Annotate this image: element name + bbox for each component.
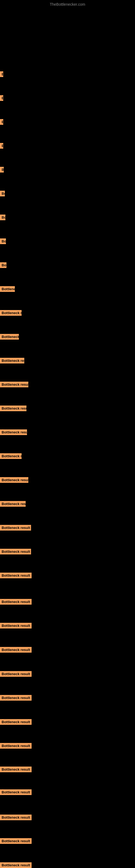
result-item: Bottleneck result (0, 214, 5, 221)
result-label: Bottleneck result (0, 71, 3, 77)
result-label: Bottleneck result (0, 286, 15, 292)
result-label: Bottleneck result (0, 719, 32, 725)
result-item: Bottleneck result (0, 142, 3, 149)
result-item: Bottleneck result (0, 598, 32, 605)
result-label: Bottleneck result (0, 262, 6, 268)
result-label: Bottleneck result (0, 647, 32, 653)
result-item: Bottleneck result (0, 381, 28, 388)
result-label: Bottleneck result (0, 743, 32, 749)
result-item: Bottleneck result (0, 548, 31, 555)
result-label: Bottleneck result (0, 239, 6, 244)
result-label: Bottleneck result (0, 143, 3, 149)
result-item: Bottleneck result (0, 862, 32, 868)
result-label: Bottleneck result (0, 429, 27, 435)
result-label: Bottleneck result (0, 334, 19, 340)
result-item: Bottleneck result (0, 285, 15, 292)
result-label: Bottleneck result (0, 501, 26, 507)
result-label: Bottleneck result (0, 119, 3, 125)
result-item: Bottleneck result (0, 694, 32, 701)
result-label: Bottleneck result (0, 477, 28, 483)
result-label: Bottleneck result (0, 599, 32, 604)
result-item: Bottleneck result (0, 238, 6, 245)
result-item: Bottleneck result (0, 429, 27, 436)
result-item: Bottleneck result (0, 261, 6, 269)
result-label: Bottleneck result (0, 167, 4, 173)
result-item: Bottleneck result (0, 405, 27, 412)
result-label: Bottleneck result (0, 671, 32, 677)
result-item: Bottleneck result (0, 166, 4, 173)
result-item: Bottleneck result (0, 333, 19, 340)
result-item: Bottleneck result (0, 742, 32, 749)
result-item: Bottleneck result (0, 572, 32, 579)
result-item: Bottleneck result (0, 118, 3, 125)
result-label: Bottleneck result (0, 191, 5, 196)
result-item: Bottleneck result (0, 94, 3, 101)
result-label: Bottleneck result (0, 814, 32, 820)
result-item: Bottleneck result (0, 718, 32, 725)
result-item: Bottleneck result (0, 837, 32, 844)
result-label: Bottleneck result (0, 215, 5, 220)
result-item: Bottleneck result (0, 357, 24, 364)
result-label: Bottleneck result (0, 405, 27, 411)
result-item: Bottleneck result (0, 500, 26, 507)
result-item: Bottleneck result (0, 476, 28, 484)
result-item: Bottleneck result (0, 766, 32, 773)
result-item: Bottleneck result (0, 814, 32, 821)
result-item: Bottleneck result (0, 453, 21, 460)
results-container: Bottleneck resultBottleneck resultBottle… (0, 8, 135, 868)
result-item: Bottleneck result (0, 309, 21, 316)
site-title-bar: TheBottlenecker.com (0, 0, 135, 8)
result-item: Bottleneck result (0, 646, 32, 653)
result-label: Bottleneck result (0, 382, 28, 388)
result-label: Bottleneck result (0, 767, 32, 772)
site-title: TheBottlenecker.com (0, 0, 135, 8)
result-label: Bottleneck result (0, 623, 32, 628)
result-item: Bottleneck result (0, 70, 3, 78)
result-item: Bottleneck result (0, 190, 5, 197)
result-label: Bottleneck result (0, 572, 32, 578)
result-label: Bottleneck result (0, 95, 3, 101)
result-label: Bottleneck result (0, 525, 31, 531)
result-label: Bottleneck result (0, 453, 21, 459)
result-item: Bottleneck result (0, 622, 32, 629)
result-label: Bottleneck result (0, 358, 24, 364)
result-label: Bottleneck result (0, 838, 32, 844)
result-label: Bottleneck result (0, 789, 32, 795)
result-label: Bottleneck result (0, 862, 32, 868)
result-label: Bottleneck result (0, 695, 32, 701)
result-item: Bottleneck result (0, 670, 32, 677)
result-item: Bottleneck result (0, 524, 31, 531)
result-label: Bottleneck result (0, 310, 21, 316)
result-label: Bottleneck result (0, 549, 31, 554)
result-item: Bottleneck result (0, 788, 32, 796)
